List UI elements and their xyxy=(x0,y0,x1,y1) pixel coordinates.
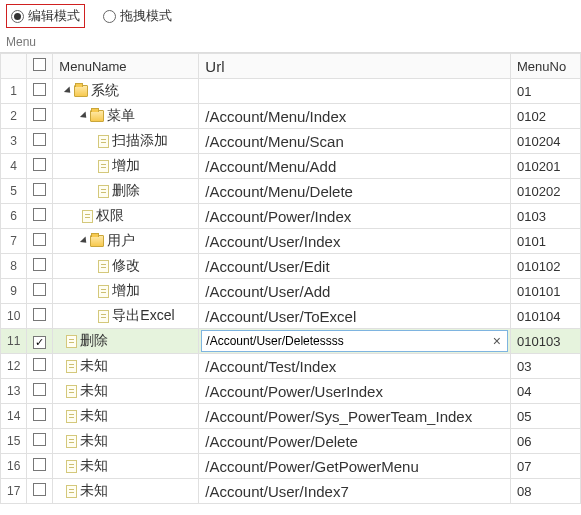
menuno-cell[interactable]: 01 xyxy=(511,79,581,104)
menuname-cell[interactable]: 未知 xyxy=(53,429,199,454)
menuname-cell[interactable]: 未知 xyxy=(53,354,199,379)
table-row[interactable]: 10导出Excel/Account/User/ToExcel010104 xyxy=(1,304,581,329)
table-row[interactable]: 12未知/Account/Test/Index03 xyxy=(1,354,581,379)
col-url[interactable]: Url xyxy=(199,54,511,79)
row-checkbox[interactable] xyxy=(27,79,53,104)
url-cell[interactable]: /Account/Power/UserIndex xyxy=(199,379,511,404)
clear-icon[interactable]: × xyxy=(491,333,503,349)
col-menuname[interactable]: MenuName xyxy=(53,54,199,79)
menuname-cell[interactable]: 未知 xyxy=(53,454,199,479)
table-row[interactable]: 5删除/Account/Menu/Delete010202 xyxy=(1,179,581,204)
menuno-cell[interactable]: 06 xyxy=(511,429,581,454)
table-row[interactable]: 6权限/Account/Power/Index0103 xyxy=(1,204,581,229)
checkbox-icon xyxy=(33,383,46,396)
menuname-cell[interactable]: 系统 xyxy=(53,79,199,104)
url-cell[interactable] xyxy=(199,79,511,104)
url-cell[interactable]: /Account/Power/GetPowerMenu xyxy=(199,454,511,479)
url-cell[interactable]: /Account/Menu/Delete xyxy=(199,179,511,204)
url-cell[interactable]: /Account/Menu/Index xyxy=(199,104,511,129)
url-cell[interactable]: /Account/Test/Index xyxy=(199,354,511,379)
menuno-cell[interactable]: 08 xyxy=(511,479,581,504)
row-checkbox[interactable] xyxy=(27,154,53,179)
table-row[interactable]: 4增加/Account/Menu/Add010201 xyxy=(1,154,581,179)
menuname-cell[interactable]: 用户 xyxy=(53,229,199,254)
row-checkbox[interactable] xyxy=(27,404,53,429)
table-row[interactable]: 1系统01 xyxy=(1,79,581,104)
menuno-cell[interactable]: 010104 xyxy=(511,304,581,329)
row-checkbox[interactable] xyxy=(27,454,53,479)
row-checkbox[interactable] xyxy=(27,304,53,329)
table-row[interactable]: 16未知/Account/Power/GetPowerMenu07 xyxy=(1,454,581,479)
row-checkbox[interactable] xyxy=(27,479,53,504)
url-cell[interactable]: /Account/User/ToExcel xyxy=(199,304,511,329)
url-cell[interactable]: /Account/User/Add xyxy=(199,279,511,304)
col-check-header[interactable] xyxy=(27,54,53,79)
menuno-cell[interactable]: 010202 xyxy=(511,179,581,204)
row-checkbox[interactable] xyxy=(27,279,53,304)
menuname-cell[interactable]: 删除 xyxy=(53,329,199,354)
url-cell[interactable]: /Account/Menu/Add xyxy=(199,154,511,179)
menuname-cell[interactable]: 未知 xyxy=(53,404,199,429)
radio-dot-icon xyxy=(11,10,24,23)
row-checkbox[interactable] xyxy=(27,254,53,279)
expander-icon[interactable] xyxy=(64,86,73,95)
menuno-cell[interactable]: 0101 xyxy=(511,229,581,254)
table-row[interactable]: 13未知/Account/Power/UserIndex04 xyxy=(1,379,581,404)
row-checkbox[interactable] xyxy=(27,229,53,254)
menuname-cell[interactable]: 菜单 xyxy=(53,104,199,129)
table-row[interactable]: 3扫描添加/Account/Menu/Scan010204 xyxy=(1,129,581,154)
menuno-cell[interactable]: 05 xyxy=(511,404,581,429)
row-checkbox[interactable] xyxy=(27,204,53,229)
menuname-cell[interactable]: 未知 xyxy=(53,479,199,504)
menuno-cell[interactable]: 0102 xyxy=(511,104,581,129)
table-row[interactable]: 7用户/Account/User/Index0101 xyxy=(1,229,581,254)
menuname-cell[interactable]: 删除 xyxy=(53,179,199,204)
menuname-cell[interactable]: 增加 xyxy=(53,154,199,179)
url-cell[interactable]: /Account/User/Edit xyxy=(199,254,511,279)
url-cell[interactable]: /Account/Power/Sys_PowerTeam_Index xyxy=(199,404,511,429)
menuname-cell[interactable]: 扫描添加 xyxy=(53,129,199,154)
url-cell[interactable]: × xyxy=(199,329,511,354)
menuname-cell[interactable]: 导出Excel xyxy=(53,304,199,329)
table-row[interactable]: 17未知/Account/User/Index708 xyxy=(1,479,581,504)
row-checkbox[interactable] xyxy=(27,329,53,354)
col-menuno[interactable]: MenuNo xyxy=(511,54,581,79)
menuname-cell[interactable]: 修改 xyxy=(53,254,199,279)
menuname-cell[interactable]: 权限 xyxy=(53,204,199,229)
row-checkbox[interactable] xyxy=(27,354,53,379)
table-row[interactable]: 15未知/Account/Power/Delete06 xyxy=(1,429,581,454)
menuno-cell[interactable]: 04 xyxy=(511,379,581,404)
menuno-cell[interactable]: 03 xyxy=(511,354,581,379)
mode-edit[interactable]: 编辑模式 xyxy=(6,4,85,28)
menuno-cell[interactable]: 010103 xyxy=(511,329,581,354)
table-row[interactable]: 11删除×010103 xyxy=(1,329,581,354)
menuno-cell[interactable]: 0103 xyxy=(511,204,581,229)
menuno-cell[interactable]: 010102 xyxy=(511,254,581,279)
menuname-cell[interactable]: 未知 xyxy=(53,379,199,404)
table-row[interactable]: 2菜单/Account/Menu/Index0102 xyxy=(1,104,581,129)
menuno-cell[interactable]: 010204 xyxy=(511,129,581,154)
url-cell[interactable]: /Account/User/Index xyxy=(199,229,511,254)
expander-icon[interactable] xyxy=(80,111,89,120)
url-cell[interactable]: /Account/User/Index7 xyxy=(199,479,511,504)
url-cell[interactable]: /Account/Power/Delete xyxy=(199,429,511,454)
row-number: 13 xyxy=(1,379,27,404)
url-input[interactable] xyxy=(206,334,490,348)
mode-drag[interactable]: 拖拽模式 xyxy=(99,5,176,27)
menuname-cell[interactable]: 增加 xyxy=(53,279,199,304)
menuno-cell[interactable]: 010101 xyxy=(511,279,581,304)
menuno-cell[interactable]: 07 xyxy=(511,454,581,479)
row-checkbox[interactable] xyxy=(27,179,53,204)
row-checkbox[interactable] xyxy=(27,429,53,454)
table-row[interactable]: 8修改/Account/User/Edit010102 xyxy=(1,254,581,279)
menuno-cell[interactable]: 010201 xyxy=(511,154,581,179)
url-cell[interactable]: /Account/Power/Index xyxy=(199,204,511,229)
row-checkbox[interactable] xyxy=(27,104,53,129)
row-checkbox[interactable] xyxy=(27,129,53,154)
table-row[interactable]: 14未知/Account/Power/Sys_PowerTeam_Index05 xyxy=(1,404,581,429)
expander-icon[interactable] xyxy=(80,236,89,245)
row-checkbox[interactable] xyxy=(27,379,53,404)
url-cell[interactable]: /Account/Menu/Scan xyxy=(199,129,511,154)
table-row[interactable]: 9增加/Account/User/Add010101 xyxy=(1,279,581,304)
menu-header: Menu xyxy=(0,32,581,53)
